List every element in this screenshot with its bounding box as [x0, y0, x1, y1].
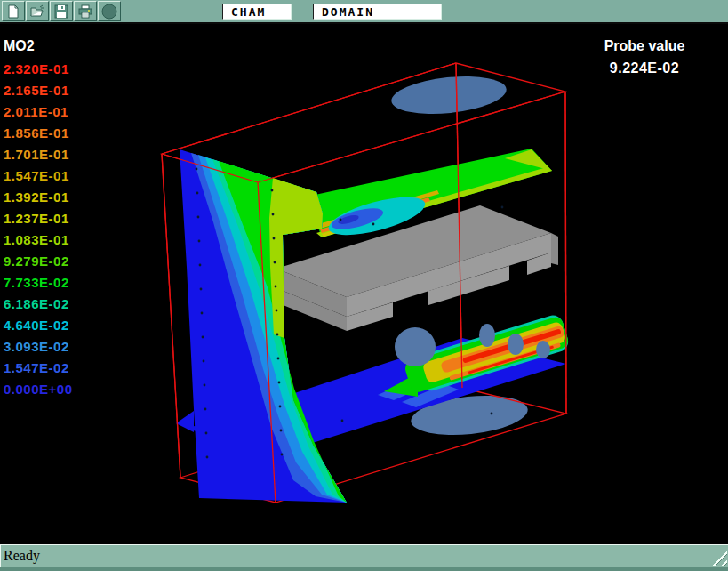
probe-readout: Probe value 9.224E-02	[582, 38, 707, 76]
domain-field[interactable]: DOMAIN	[313, 4, 442, 20]
record-circle-icon	[100, 3, 118, 20]
legend-entry: 1.237E-01	[4, 208, 73, 229]
legend-entry: 1.701E-01	[4, 144, 73, 165]
legend-entry: 1.547E-01	[4, 165, 73, 187]
open-folder-icon	[29, 4, 45, 20]
save-icon	[53, 4, 69, 20]
save-button[interactable]	[50, 1, 73, 21]
legend-entry: 7.733E-02	[4, 272, 73, 294]
legend-entry: 2.165E-01	[4, 80, 73, 101]
legend-entry: 1.856E-01	[4, 123, 73, 144]
status-bar: Ready	[0, 544, 728, 567]
toolbar: CHAM DOMAIN	[0, 0, 728, 24]
print-button[interactable]	[74, 1, 97, 21]
legend-entry: 9.279E-02	[4, 251, 73, 272]
legend-entry: 4.640E-02	[4, 315, 73, 336]
legend-entry: 2.011E-01	[4, 101, 73, 123]
probe-label: Probe value	[582, 38, 707, 54]
window-bottom-edge	[0, 567, 728, 571]
status-text: Ready	[4, 548, 40, 563]
legend-entry: 0.000E+00	[4, 379, 73, 400]
legend-entry: 1.392E-01	[4, 187, 73, 208]
record-button[interactable]	[98, 1, 121, 21]
contour-legend: MO2 2.320E-012.165E-012.011E-011.856E-01…	[4, 38, 73, 400]
print-icon	[77, 4, 93, 20]
new-file-button[interactable]	[2, 1, 25, 21]
probe-value: 9.224E-02	[582, 60, 707, 76]
open-file-button[interactable]	[26, 1, 49, 21]
application-window: CHAM DOMAIN	[0, 0, 728, 571]
cham-field[interactable]: CHAM	[222, 4, 292, 20]
legend-values: 2.320E-012.165E-012.011E-011.856E-011.70…	[4, 59, 73, 400]
legend-entry: 3.093E-02	[4, 336, 73, 358]
legend-entry: 1.083E-01	[4, 229, 73, 251]
legend-entry: 2.320E-01	[4, 59, 73, 80]
cfd-scene	[0, 24, 728, 544]
new-document-icon	[5, 4, 21, 20]
legend-entry: 1.547E-02	[4, 358, 73, 379]
legend-entry: 6.186E-02	[4, 294, 73, 315]
legend-variable-name: MO2	[4, 38, 73, 54]
viewport-3d[interactable]: MO2 2.320E-012.165E-012.011E-011.856E-01…	[0, 24, 728, 544]
